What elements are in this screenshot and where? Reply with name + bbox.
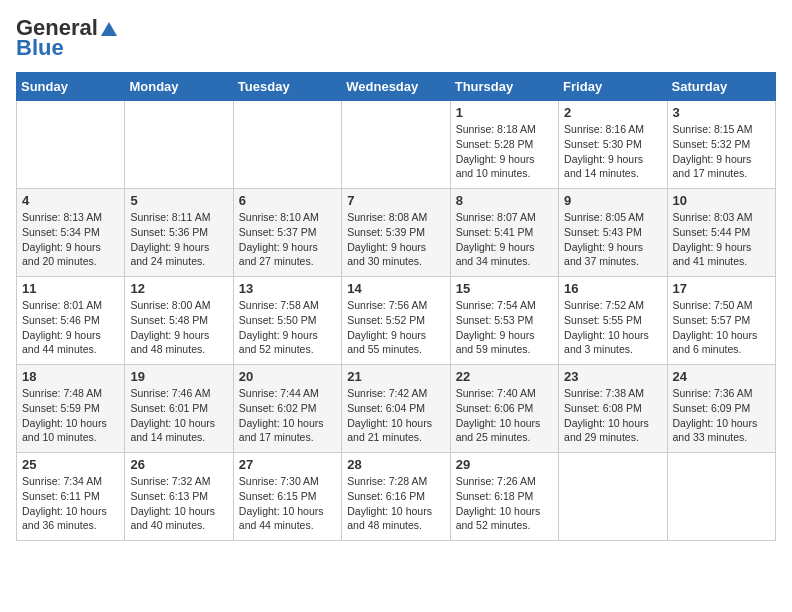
calendar-cell [233,101,341,189]
calendar-cell: 22Sunrise: 7:40 AM Sunset: 6:06 PM Dayli… [450,365,558,453]
calendar-cell: 6Sunrise: 8:10 AM Sunset: 5:37 PM Daylig… [233,189,341,277]
header-wednesday: Wednesday [342,73,450,101]
header-monday: Monday [125,73,233,101]
logo: General Blue [16,16,118,60]
day-number: 14 [347,281,444,296]
day-info: Sunrise: 8:05 AM Sunset: 5:43 PM Dayligh… [564,210,661,269]
calendar-cell: 8Sunrise: 8:07 AM Sunset: 5:41 PM Daylig… [450,189,558,277]
day-info: Sunrise: 8:16 AM Sunset: 5:30 PM Dayligh… [564,122,661,181]
svg-marker-0 [101,22,117,36]
day-number: 5 [130,193,227,208]
day-info: Sunrise: 7:30 AM Sunset: 6:15 PM Dayligh… [239,474,336,533]
calendar-cell [125,101,233,189]
day-number: 2 [564,105,661,120]
day-info: Sunrise: 8:03 AM Sunset: 5:44 PM Dayligh… [673,210,770,269]
calendar-cell: 24Sunrise: 7:36 AM Sunset: 6:09 PM Dayli… [667,365,775,453]
day-number: 22 [456,369,553,384]
day-number: 1 [456,105,553,120]
day-info: Sunrise: 8:11 AM Sunset: 5:36 PM Dayligh… [130,210,227,269]
calendar-week-4: 18Sunrise: 7:48 AM Sunset: 5:59 PM Dayli… [17,365,776,453]
day-number: 21 [347,369,444,384]
day-info: Sunrise: 7:42 AM Sunset: 6:04 PM Dayligh… [347,386,444,445]
day-number: 8 [456,193,553,208]
calendar-cell [17,101,125,189]
day-info: Sunrise: 8:18 AM Sunset: 5:28 PM Dayligh… [456,122,553,181]
calendar-cell: 2Sunrise: 8:16 AM Sunset: 5:30 PM Daylig… [559,101,667,189]
calendar-week-1: 1Sunrise: 8:18 AM Sunset: 5:28 PM Daylig… [17,101,776,189]
day-info: Sunrise: 7:34 AM Sunset: 6:11 PM Dayligh… [22,474,119,533]
day-number: 12 [130,281,227,296]
day-number: 6 [239,193,336,208]
day-info: Sunrise: 7:52 AM Sunset: 5:55 PM Dayligh… [564,298,661,357]
calendar-cell: 27Sunrise: 7:30 AM Sunset: 6:15 PM Dayli… [233,453,341,541]
calendar-cell: 18Sunrise: 7:48 AM Sunset: 5:59 PM Dayli… [17,365,125,453]
calendar-cell: 3Sunrise: 8:15 AM Sunset: 5:32 PM Daylig… [667,101,775,189]
calendar-cell [667,453,775,541]
day-number: 11 [22,281,119,296]
day-number: 10 [673,193,770,208]
calendar-cell: 15Sunrise: 7:54 AM Sunset: 5:53 PM Dayli… [450,277,558,365]
calendar-week-3: 11Sunrise: 8:01 AM Sunset: 5:46 PM Dayli… [17,277,776,365]
calendar-cell: 7Sunrise: 8:08 AM Sunset: 5:39 PM Daylig… [342,189,450,277]
day-number: 28 [347,457,444,472]
day-number: 23 [564,369,661,384]
day-info: Sunrise: 8:08 AM Sunset: 5:39 PM Dayligh… [347,210,444,269]
header-sunday: Sunday [17,73,125,101]
day-info: Sunrise: 7:36 AM Sunset: 6:09 PM Dayligh… [673,386,770,445]
calendar-cell: 19Sunrise: 7:46 AM Sunset: 6:01 PM Dayli… [125,365,233,453]
calendar-week-5: 25Sunrise: 7:34 AM Sunset: 6:11 PM Dayli… [17,453,776,541]
calendar-header-row: SundayMondayTuesdayWednesdayThursdayFrid… [17,73,776,101]
day-number: 24 [673,369,770,384]
day-info: Sunrise: 8:00 AM Sunset: 5:48 PM Dayligh… [130,298,227,357]
calendar-cell: 28Sunrise: 7:28 AM Sunset: 6:16 PM Dayli… [342,453,450,541]
calendar-cell: 1Sunrise: 8:18 AM Sunset: 5:28 PM Daylig… [450,101,558,189]
header-friday: Friday [559,73,667,101]
calendar-cell: 11Sunrise: 8:01 AM Sunset: 5:46 PM Dayli… [17,277,125,365]
day-number: 13 [239,281,336,296]
calendar-cell [559,453,667,541]
calendar-cell [342,101,450,189]
day-info: Sunrise: 8:10 AM Sunset: 5:37 PM Dayligh… [239,210,336,269]
day-number: 16 [564,281,661,296]
day-info: Sunrise: 8:07 AM Sunset: 5:41 PM Dayligh… [456,210,553,269]
day-info: Sunrise: 7:40 AM Sunset: 6:06 PM Dayligh… [456,386,553,445]
calendar-cell: 16Sunrise: 7:52 AM Sunset: 5:55 PM Dayli… [559,277,667,365]
day-info: Sunrise: 7:44 AM Sunset: 6:02 PM Dayligh… [239,386,336,445]
day-info: Sunrise: 7:32 AM Sunset: 6:13 PM Dayligh… [130,474,227,533]
day-number: 27 [239,457,336,472]
day-info: Sunrise: 7:50 AM Sunset: 5:57 PM Dayligh… [673,298,770,357]
calendar-cell: 23Sunrise: 7:38 AM Sunset: 6:08 PM Dayli… [559,365,667,453]
day-number: 19 [130,369,227,384]
calendar-cell: 26Sunrise: 7:32 AM Sunset: 6:13 PM Dayli… [125,453,233,541]
day-info: Sunrise: 7:58 AM Sunset: 5:50 PM Dayligh… [239,298,336,357]
day-info: Sunrise: 7:26 AM Sunset: 6:18 PM Dayligh… [456,474,553,533]
header-saturday: Saturday [667,73,775,101]
day-number: 4 [22,193,119,208]
day-number: 15 [456,281,553,296]
calendar-table: SundayMondayTuesdayWednesdayThursdayFrid… [16,72,776,541]
calendar-cell: 4Sunrise: 8:13 AM Sunset: 5:34 PM Daylig… [17,189,125,277]
calendar-cell: 12Sunrise: 8:00 AM Sunset: 5:48 PM Dayli… [125,277,233,365]
calendar-cell: 25Sunrise: 7:34 AM Sunset: 6:11 PM Dayli… [17,453,125,541]
calendar-week-2: 4Sunrise: 8:13 AM Sunset: 5:34 PM Daylig… [17,189,776,277]
day-number: 18 [22,369,119,384]
calendar-cell: 9Sunrise: 8:05 AM Sunset: 5:43 PM Daylig… [559,189,667,277]
day-info: Sunrise: 7:54 AM Sunset: 5:53 PM Dayligh… [456,298,553,357]
day-info: Sunrise: 7:46 AM Sunset: 6:01 PM Dayligh… [130,386,227,445]
calendar-cell: 21Sunrise: 7:42 AM Sunset: 6:04 PM Dayli… [342,365,450,453]
day-info: Sunrise: 8:15 AM Sunset: 5:32 PM Dayligh… [673,122,770,181]
day-number: 9 [564,193,661,208]
calendar-cell: 5Sunrise: 8:11 AM Sunset: 5:36 PM Daylig… [125,189,233,277]
day-info: Sunrise: 7:48 AM Sunset: 5:59 PM Dayligh… [22,386,119,445]
calendar-cell: 20Sunrise: 7:44 AM Sunset: 6:02 PM Dayli… [233,365,341,453]
day-number: 20 [239,369,336,384]
logo-blue-text: Blue [16,36,118,60]
day-info: Sunrise: 8:13 AM Sunset: 5:34 PM Dayligh… [22,210,119,269]
day-number: 29 [456,457,553,472]
calendar-cell: 14Sunrise: 7:56 AM Sunset: 5:52 PM Dayli… [342,277,450,365]
day-number: 17 [673,281,770,296]
calendar-cell: 17Sunrise: 7:50 AM Sunset: 5:57 PM Dayli… [667,277,775,365]
day-info: Sunrise: 7:28 AM Sunset: 6:16 PM Dayligh… [347,474,444,533]
day-number: 25 [22,457,119,472]
header-thursday: Thursday [450,73,558,101]
